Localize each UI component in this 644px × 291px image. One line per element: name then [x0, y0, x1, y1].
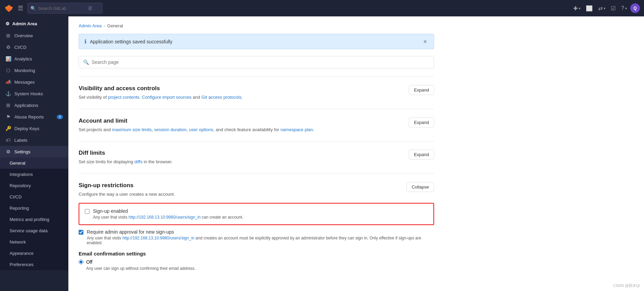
sidebar-item-settings[interactable]: ⚙ Settings [0, 146, 68, 157]
hamburger-icon[interactable]: ☰ [16, 3, 25, 13]
git-access-link[interactable]: Git access protocols [201, 95, 241, 100]
section-account-desc: Set projects and maximum size limits, se… [79, 126, 314, 133]
section-visibility-desc: Set visibility of project contents. Conf… [79, 94, 243, 101]
section-signup-title: Sign-up restrictions [79, 182, 175, 189]
email-off-label[interactable]: Off [86, 259, 92, 265]
sidebar-item-monitoring[interactable]: ⬡ Monitoring [0, 65, 68, 76]
section-signup: Sign-up restrictions Configure the way a… [79, 174, 434, 279]
avatar[interactable]: Q [630, 3, 640, 13]
footer-note: CSDN @西木Qi [613, 283, 640, 288]
email-off-desc: Any user can sign up without confirming … [86, 266, 434, 271]
sidebar-item-overview[interactable]: ⊞ Overview [0, 30, 68, 41]
section-account-title: Account and limit [79, 117, 314, 124]
sidebar-item-analytics[interactable]: 📊 Analytics [0, 53, 68, 65]
account-expand-button[interactable]: Expand [409, 117, 434, 127]
submenu-preferences[interactable]: Preferences [0, 259, 68, 270]
import-sources-link[interactable]: Configure import sources [142, 95, 191, 100]
nav-icons: ✚ ▾ ⬜ ⇄ ▾ ☑ ? ▾ Q [571, 3, 640, 14]
todos-button[interactable]: ☑ [609, 3, 618, 14]
section-visibility: Visibility and access controls Set visib… [79, 77, 434, 109]
page-search: 🔍 [79, 56, 434, 68]
signup-enabled-box: Sign-up enabled Any user that visits htt… [79, 203, 434, 225]
sidebar-item-system-hooks[interactable]: ⚓ System Hooks [0, 88, 68, 99]
visibility-expand-button[interactable]: Expand [409, 85, 434, 95]
signup-enabled-label[interactable]: Sign-up enabled [93, 208, 128, 214]
require-admin-checkbox[interactable] [79, 230, 83, 235]
signup-enabled-checkbox[interactable] [85, 209, 90, 214]
session-link[interactable]: session duration [154, 127, 187, 132]
submenu-integrations[interactable]: Integrations [0, 169, 68, 180]
settings-icon: ⚙ [5, 149, 11, 154]
submenu-appearance[interactable]: Appearance [0, 248, 68, 259]
search-icon: 🔍 [30, 6, 36, 11]
slash-shortcut: / [88, 6, 92, 11]
sidebar-item-applications[interactable]: ⊞ Applications [0, 99, 68, 111]
email-off-radio[interactable] [79, 260, 83, 264]
chevron-down-icon: ▾ [579, 6, 580, 10]
sidebar-item-messages[interactable]: 📣 Messages [0, 76, 68, 88]
submenu-reporting[interactable]: Reporting [0, 203, 68, 214]
abuse-badge: 0 [57, 115, 63, 119]
submenu-network[interactable]: Network [0, 236, 68, 248]
submenu-metrics-profiling[interactable]: Metrics and profiling [0, 214, 68, 225]
project-contents-link[interactable]: project contents [108, 95, 139, 100]
info-icon: ℹ [84, 38, 86, 45]
submenu-service-usage[interactable]: Service usage data [0, 225, 68, 236]
max-size-link[interactable]: maximum size limits [112, 127, 152, 132]
alert-close-button[interactable]: × [422, 39, 428, 45]
diffs-link[interactable]: diffs [134, 159, 143, 164]
inbox-icon: ☑ [611, 5, 616, 12]
section-diff-desc: Set size limits for displaying diffs in … [79, 158, 173, 165]
create-new-button[interactable]: ✚ ▾ [571, 3, 582, 14]
hooks-icon: ⚓ [5, 91, 11, 96]
search-input[interactable] [38, 6, 86, 11]
signup-collapse-button[interactable]: Collapse [406, 182, 434, 192]
admin-icon: ⚙ [5, 21, 10, 26]
help-button[interactable]: ? ▾ [619, 3, 629, 13]
signup-enabled-desc: Any user that visits http://192.168.13.1… [93, 215, 243, 220]
sidebar-item-labels[interactable]: 🏷 Labels [0, 134, 68, 146]
diff-expand-button[interactable]: Expand [409, 150, 434, 160]
user-options-link[interactable]: user options [189, 127, 213, 132]
gitlab-logo-icon[interactable] [4, 3, 14, 13]
main-content: Admin Area › General ℹ Application setti… [68, 16, 644, 291]
submenu-cicd[interactable]: CI/CD [0, 191, 68, 203]
signup-url-link[interactable]: http://192.168.13.10:9980/users/sign_in [129, 215, 201, 220]
breadcrumb-separator: › [104, 23, 105, 28]
namespace-link[interactable]: namespace plan [280, 127, 313, 132]
chevron-down-icon: ▾ [604, 6, 605, 10]
monitoring-icon: ⬡ [5, 68, 11, 73]
section-signup-desc: Configure the way a user creates a new a… [79, 191, 175, 198]
breadcrumb-parent[interactable]: Admin Area [79, 23, 102, 28]
merge-requests-button[interactable]: ⇄ ▾ [596, 3, 607, 14]
help-icon: ? [621, 5, 624, 11]
sidebar-header: ⚙ Admin Area [0, 16, 68, 30]
submenu-repository[interactable]: Repository [0, 180, 68, 191]
require-admin-url-link[interactable]: http://192.168.13.10:9980/users/sign_in [122, 236, 194, 240]
cicd-icon: ♻ [5, 44, 11, 50]
submenu-general[interactable]: General [0, 157, 68, 169]
sidebar-item-abuse-reports[interactable]: ⚑ Abuse Reports 0 [0, 111, 68, 123]
page-search-input[interactable] [92, 59, 430, 65]
breadcrumb-current: General [107, 23, 123, 28]
snippets-button[interactable]: ⬜ [584, 3, 595, 14]
signup-enabled-row: Sign-up enabled Any user that visits htt… [85, 208, 428, 220]
messages-icon: 📣 [5, 79, 11, 85]
sidebar-item-cicd[interactable]: ♻ CI/CD [0, 41, 68, 53]
sidebar-item-deploy-keys[interactable]: 🔑 Deploy Keys [0, 123, 68, 134]
success-alert: ℹ Application settings saved successfull… [79, 34, 434, 49]
overview-icon: ⊞ [5, 33, 11, 38]
section-visibility-title: Visibility and access controls [79, 85, 243, 92]
require-admin-label[interactable]: Require admin approval for new sign-ups [87, 229, 174, 235]
alert-message: Application settings saved successfully [90, 39, 418, 44]
sidebar: ⚙ Admin Area ⊞ Overview ♻ CI/CD 📊 Analyt… [0, 16, 68, 291]
search-bar: 🔍 / [27, 3, 103, 14]
email-off-row: Off [79, 259, 434, 265]
analytics-icon: 📊 [5, 56, 11, 61]
abuse-icon: ⚑ [5, 114, 11, 120]
section-account-limit: Account and limit Set projects and maxim… [79, 109, 434, 141]
section-diff-limits: Diff limits Set size limits for displayi… [79, 141, 434, 174]
applications-icon: ⊞ [5, 102, 11, 108]
chevron-down-icon: ▾ [625, 6, 627, 10]
screen-icon: ⬜ [586, 5, 593, 12]
